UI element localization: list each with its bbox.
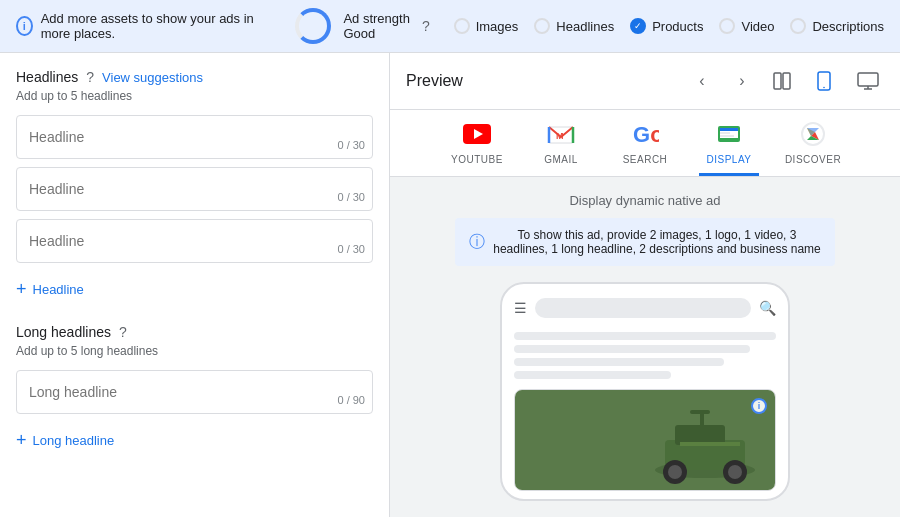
ad-strength-help-icon[interactable]: ? [422, 18, 430, 34]
preview-header: Preview ‹ › [390, 53, 900, 110]
svg-point-3 [823, 87, 825, 89]
products-label: Products [652, 19, 703, 34]
ad-strength-label: Ad strength [343, 11, 410, 26]
long-headlines-title: Long headlines [16, 324, 111, 340]
info-notice: ⓘ To show this ad, provide 2 images, 1 l… [455, 218, 835, 266]
next-button[interactable]: › [728, 67, 756, 95]
long-headline-1-char-count: 0 / 90 [337, 394, 365, 406]
images-label: Images [476, 19, 519, 34]
prev-button[interactable]: ‹ [688, 67, 716, 95]
ad-card: i [514, 389, 776, 491]
headline-input-3[interactable] [16, 219, 373, 263]
tab-display[interactable]: DISPLAY [699, 118, 759, 176]
add-long-headline-label: Long headline [33, 433, 115, 448]
youtube-icon [461, 118, 493, 150]
add-headline-button[interactable]: + Headline [16, 271, 84, 308]
gmail-label: GMAIL [544, 154, 578, 165]
ad-strength-section: Ad strength Good ? [295, 8, 429, 44]
info-message: i Add more assets to show your ads in mo… [16, 11, 271, 41]
svg-rect-17 [720, 132, 730, 134]
channel-tabs: YOUTUBE M GMAIL [390, 110, 900, 176]
headline-3-char-count: 0 / 30 [337, 243, 365, 255]
svg-rect-30 [680, 442, 740, 446]
svg-rect-0 [774, 73, 781, 89]
checkbox-products[interactable]: Products [630, 18, 703, 34]
svg-text:M: M [556, 131, 564, 141]
right-panel: Preview ‹ › [390, 53, 900, 517]
headline-input-3-group: 0 / 30 [16, 219, 373, 263]
tab-youtube[interactable]: YOUTUBE [447, 118, 507, 176]
headlines-help-icon[interactable]: ? [86, 69, 94, 85]
svg-rect-16 [720, 128, 738, 131]
long-headlines-help-icon[interactable]: ? [119, 324, 127, 340]
content-line-3 [514, 358, 724, 366]
content-line-2 [514, 345, 750, 353]
content-line-4 [514, 371, 671, 379]
content-line-1 [514, 332, 776, 340]
display-label: DISPLAY [707, 154, 752, 165]
mobile-view-button[interactable] [808, 65, 840, 97]
info-text: Add more assets to show your ads in more… [41, 11, 272, 41]
ad-strength-value: Good [343, 26, 410, 41]
ad-strength-ring [295, 8, 331, 44]
left-panel: Headlines ? View suggestions Add up to 5… [0, 53, 390, 517]
preview-content: Display dynamic native ad ⓘ To show this… [390, 177, 900, 517]
svg-rect-4 [858, 73, 878, 86]
headlines-label: Headlines [556, 19, 614, 34]
ad-info-badge[interactable]: i [751, 398, 767, 414]
add-long-headline-button[interactable]: + Long headline [16, 422, 114, 459]
descriptions-checkbox-icon [790, 18, 806, 34]
headlines-checkbox-icon [534, 18, 550, 34]
checkbox-images[interactable]: Images [454, 18, 519, 34]
view-toggle [768, 67, 796, 95]
phone-header: ☰ 🔍 [502, 292, 788, 324]
long-headline-input-1[interactable] [16, 370, 373, 414]
add-headline-icon: + [16, 279, 27, 300]
long-headlines-header: Long headlines ? [16, 324, 373, 340]
video-label: Video [741, 19, 774, 34]
phone-mockup: ☰ 🔍 [500, 282, 790, 501]
headline-input-2[interactable] [16, 167, 373, 211]
headlines-title: Headlines [16, 69, 78, 85]
preview-title: Preview [406, 72, 676, 90]
long-headlines-subtitle: Add up to 5 long headlines [16, 344, 373, 358]
search-label: SEARCH [623, 154, 668, 165]
video-checkbox-icon [719, 18, 735, 34]
info-icon: i [16, 16, 33, 36]
add-long-headline-icon: + [16, 430, 27, 451]
top-bar: i Add more assets to show your ads in mo… [0, 0, 900, 53]
svg-rect-18 [720, 135, 734, 137]
svg-rect-29 [690, 410, 710, 414]
gmail-icon: M [545, 118, 577, 150]
desktop-view-button[interactable] [852, 65, 884, 97]
asset-checkboxes: Images Headlines Products Video Descript… [454, 18, 884, 34]
headline-2-char-count: 0 / 30 [337, 191, 365, 203]
products-checkbox-icon [630, 18, 646, 34]
ad-strength-text: Ad strength Good [343, 11, 410, 41]
mower-illustration [645, 400, 765, 490]
tab-gmail[interactable]: M GMAIL [531, 118, 591, 176]
svg-text:Google: Google [633, 122, 659, 147]
address-bar [535, 298, 751, 318]
tab-search[interactable]: Google SEARCH [615, 118, 675, 176]
headline-input-1[interactable] [16, 115, 373, 159]
content-lines [514, 332, 776, 379]
youtube-label: YOUTUBE [451, 154, 503, 165]
display-icon [713, 118, 745, 150]
info-notice-text: To show this ad, provide 2 images, 1 log… [493, 228, 821, 256]
ad-card-image: i [515, 390, 775, 490]
discover-label: DISCOVER [785, 154, 841, 165]
descriptions-label: Descriptions [812, 19, 884, 34]
checkbox-video[interactable]: Video [719, 18, 774, 34]
info-notice-icon: ⓘ [469, 232, 485, 253]
split-view-button[interactable] [768, 67, 796, 95]
hamburger-icon: ☰ [514, 300, 527, 316]
svg-rect-1 [783, 73, 790, 89]
view-suggestions-link[interactable]: View suggestions [102, 70, 203, 85]
checkbox-headlines[interactable]: Headlines [534, 18, 614, 34]
long-headlines-section: Long headlines ? Add up to 5 long headli… [16, 324, 373, 459]
tab-discover[interactable]: DISCOVER [783, 118, 843, 176]
preview-type-label: Display dynamic native ad [569, 193, 720, 208]
checkbox-descriptions[interactable]: Descriptions [790, 18, 884, 34]
phone-content: i [502, 324, 788, 499]
